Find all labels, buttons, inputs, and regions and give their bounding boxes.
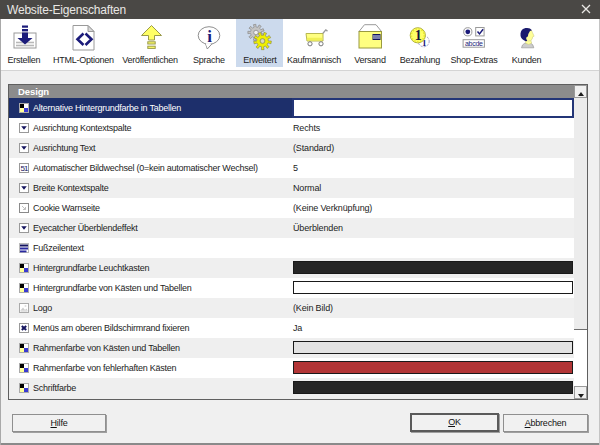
svg-text:1: 1 [415,28,422,43]
svg-text:i: i [207,27,212,46]
svg-text:abcde: abcde [465,40,483,47]
